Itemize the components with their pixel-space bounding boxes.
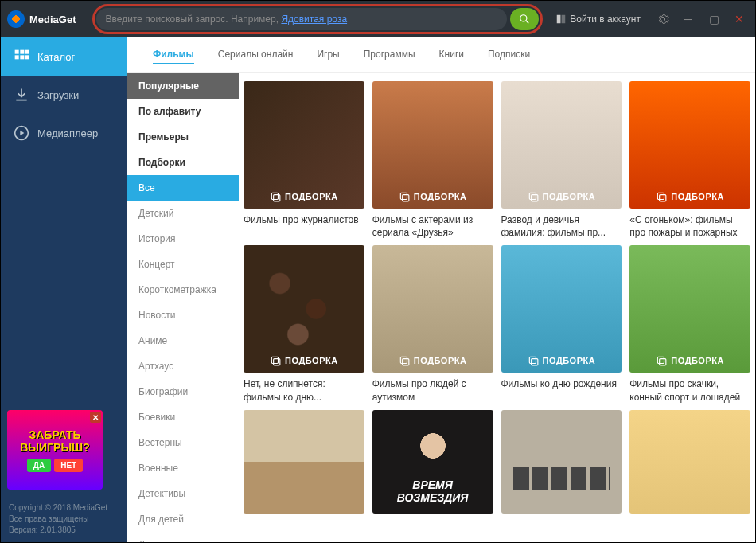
cat-item[interactable]: Вестерны [127,430,239,455]
minimize-button[interactable]: ─ [679,10,698,29]
cat-top-item[interactable]: Популярные [127,73,239,99]
card-title: Нет, не слипнется: фильмы ко дню... [244,377,364,403]
content: ПопулярныеПо алфавитуПремьерыПодборкиВсе… [127,73,755,542]
sidebar: Каталог Загрузки Медиаплеер ✕ ЗАБРАТЬВЫИ… [1,37,127,542]
card-title: Фильмы про людей с аутизмом [372,377,493,403]
cat-item[interactable]: Детский [127,201,239,226]
card-title: Фильмы про журналистов [244,213,364,226]
content-card[interactable] [501,410,622,514]
app-logo: MediaGet [7,10,76,28]
card-thumb: ПОДБОРКА [372,245,493,373]
maximize-button[interactable]: ▢ [704,10,723,29]
svg-point-0 [520,15,527,21]
tab-1[interactable]: Сериалы онлайн [218,45,294,64]
login-button[interactable]: Войти в аккаунт [555,14,641,25]
svg-rect-25 [658,357,664,364]
svg-rect-24 [531,359,537,365]
cat-item[interactable]: Документальные [127,532,239,542]
collection-badge: ПОДБОРКА [629,191,750,202]
card-title: Развод и девичья фамилия: фильмы пр... [501,213,622,239]
card-title: «С огоньком»: фильмы про пожары и пожарн… [629,213,750,239]
collection-badge: ПОДБОРКА [244,191,364,202]
cat-item[interactable]: Для детей [127,506,239,532]
tab-0[interactable]: Фильмы [153,45,194,64]
cat-item[interactable]: Военные [127,455,239,481]
content-card[interactable]: ПОДБОРКАФильмы про журналистов [244,81,364,239]
cat-item[interactable]: Биографии [127,379,239,404]
sidebar-item-player[interactable]: Медиаплеер [1,114,127,152]
tab-4[interactable]: Книги [439,45,464,64]
app-window: MediaGet Введите поисковый запрос. Напри… [0,0,756,543]
svg-rect-8 [20,55,24,59]
sidebar-label: Каталог [37,51,75,63]
gear-icon [657,13,669,25]
card-thumb: ПОДБОРКА [244,245,364,373]
svg-rect-19 [271,357,278,364]
content-card[interactable] [372,410,493,514]
cat-item[interactable]: Все [127,175,239,201]
svg-rect-11 [271,193,278,199]
svg-rect-3 [562,15,566,24]
tab-2[interactable]: Игры [317,45,339,64]
copyright: Copyright © 2018 MediaGet Все права защи… [1,496,127,542]
card-thumb [501,410,622,514]
tabs: ФильмыСериалы онлайнИгрыПрограммыКнигиПо… [127,37,755,73]
content-card[interactable]: ПОДБОРКАРазвод и девичья фамилия: фильмы… [501,81,622,239]
cat-item[interactable]: Аниме [127,328,239,354]
svg-rect-4 [15,50,19,54]
collection-badge: ПОДБОРКА [501,191,622,202]
cat-top-item[interactable]: Подборки [127,150,239,175]
search-button[interactable] [510,8,539,30]
cat-item[interactable]: История [127,226,239,252]
content-card[interactable] [244,410,364,514]
search-input[interactable]: Введите поисковый запрос. Например, Ядов… [96,8,508,30]
close-button[interactable]: ✕ [730,10,749,29]
ad-close-button[interactable]: ✕ [90,412,101,423]
card-thumb [372,410,493,514]
svg-rect-13 [400,193,407,199]
cat-item[interactable]: Артхаус [127,354,239,379]
card-title: Фильмы про скачки, конный спорт и лошаде… [629,377,750,403]
svg-rect-18 [660,195,666,201]
tab-3[interactable]: Программы [364,45,415,64]
sidebar-item-catalog[interactable]: Каталог [1,37,127,76]
cat-item[interactable]: Концерт [127,252,239,277]
sidebar-item-downloads[interactable]: Загрузки [1,76,127,114]
content-card[interactable] [629,410,750,514]
content-card[interactable]: ПОДБОРКАФильмы про людей с аутизмом [372,245,493,403]
card-title: Фильмы ко дню рождения [501,377,622,390]
collection-badge: ПОДБОРКА [244,355,364,366]
cards-grid: ПОДБОРКАФильмы про журналистовПОДБОРКАФи… [239,73,755,542]
tab-5[interactable]: Подписки [488,45,530,64]
svg-rect-17 [658,193,664,199]
cat-item[interactable]: Боевики [127,404,239,430]
svg-rect-14 [402,195,408,201]
content-card[interactable]: ПОДБОРКАФильмы с актерами из сериала «Др… [372,81,493,239]
logo-icon [7,10,25,28]
content-card[interactable]: ПОДБОРКА«С огоньком»: фильмы про пожары … [629,81,750,239]
cat-item[interactable]: Новости [127,303,239,328]
settings-button[interactable] [653,10,672,29]
main: ФильмыСериалы онлайнИгрыПрограммыКнигиПо… [127,37,755,542]
card-thumb: ПОДБОРКА [629,245,750,373]
collection-badge: ПОДБОРКА [501,355,622,366]
collection-badge: ПОДБОРКА [372,355,493,366]
ad-no-button[interactable]: НЕТ [54,459,83,472]
cat-item[interactable]: Детективы [127,481,239,506]
download-icon [14,87,29,103]
cat-item[interactable]: Короткометражка [127,277,239,303]
card-thumb: ПОДБОРКА [501,245,622,373]
content-card[interactable]: ПОДБОРКАФильмы ко дню рождения [501,245,622,403]
card-thumb [629,410,750,514]
svg-rect-20 [274,359,280,365]
cat-top-item[interactable]: По алфавиту [127,99,239,124]
search-placeholder: Введите поисковый запрос. Например, Ядов… [106,14,348,25]
svg-rect-21 [400,357,407,364]
ad-banner[interactable]: ✕ ЗАБРАТЬВЫИГРЫШ? ДА НЕТ [7,410,103,490]
app-name: MediaGet [29,14,76,25]
content-card[interactable]: ПОДБОРКАФильмы про скачки, конный спорт … [629,245,750,403]
content-card[interactable]: ПОДБОРКАНет, не слипнется: фильмы ко дню… [244,245,364,403]
svg-rect-16 [531,195,537,201]
cat-top-item[interactable]: Премьеры [127,124,239,150]
ad-yes-button[interactable]: ДА [27,459,51,472]
